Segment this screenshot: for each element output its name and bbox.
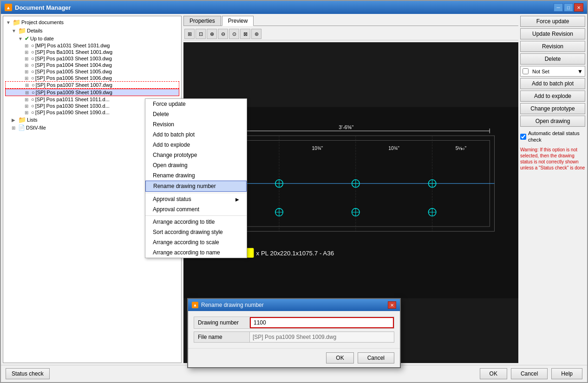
radio-icon: ○ (31, 97, 34, 102)
tree-label-root: Project documents (21, 19, 64, 25)
ctx-open-drawing[interactable]: Open drawing (145, 160, 247, 170)
title-bar: ▲ Document Manager ─ □ ✕ (1, 1, 587, 14)
check-icon: ✔ (25, 35, 29, 42)
maximize-button[interactable]: □ (564, 3, 573, 12)
file-name-row: File name (194, 331, 394, 343)
ctx-force-update[interactable]: Force update (145, 99, 247, 109)
status-check-button[interactable]: Status check (6, 368, 50, 379)
dropdown-arrow-icon[interactable]: ▼ (575, 67, 585, 76)
tree-file-label: [SP] Pos pa1011 Sheet 1011.d... (35, 97, 110, 102)
dialog-ok-button[interactable]: OK (326, 352, 353, 364)
list-item[interactable]: ⊞ ○ [SP] Pos pa1003 Sheet 1003.dwg (5, 55, 179, 62)
dialog-close-button[interactable]: ✕ (388, 301, 396, 309)
tool-fit-button[interactable]: ⊡ (196, 29, 206, 39)
rename-drawing-number-dialog: ▲ Rename drawing number ✕ Drawing number… (187, 298, 401, 368)
ctx-arrange-scale[interactable]: Arrange according to scale (145, 237, 247, 247)
tab-properties[interactable]: Properties (183, 16, 221, 26)
dialog-cancel-button[interactable]: Cancel (358, 352, 394, 364)
auto-status-label: Automatic detail status check (528, 130, 585, 143)
svg-text:10¾": 10¾" (388, 146, 399, 151)
close-button[interactable]: ✕ (574, 3, 583, 12)
tool-grid-button[interactable]: ⊞ (184, 29, 195, 39)
radio-icon: ○ (32, 82, 35, 88)
ctx-delete[interactable]: Delete (145, 109, 247, 119)
list-item[interactable]: ⊞ ○ [SP] Pos pa1005 Sheet 1005.dwg (5, 68, 179, 75)
ctx-rename-drawing-number[interactable]: Rename drawing number (145, 181, 247, 192)
ctx-revision[interactable]: Revision (145, 119, 247, 130)
ctx-arrange-title[interactable]: Arrange according to title (145, 217, 247, 227)
tree-item-details[interactable]: ▼ 📁 Details (5, 26, 179, 35)
tree-file-label: [SP] Pos pa1003 Sheet 1003.dwg (35, 56, 112, 61)
list-item[interactable]: ⊞ ○ [MP] Pos a1031 Sheet 1031.dwg (5, 42, 179, 49)
dialog-app-icon: ▲ (192, 302, 198, 308)
auto-status-checkbox[interactable] (520, 134, 526, 140)
force-update-button[interactable]: Force update (520, 16, 585, 27)
tool-select-button[interactable]: ⊠ (240, 29, 250, 39)
window-title: Document Manager (15, 4, 71, 11)
open-drawing-button[interactable]: Open drawing (520, 116, 585, 127)
list-item-selected[interactable]: ⊞ ○ [SP] Pos pa1009 Sheet 1009.dwg (5, 89, 179, 96)
minimize-button[interactable]: ─ (554, 3, 563, 12)
radio-icon: ○ (31, 43, 34, 48)
expand-icon: ⊞ (12, 125, 17, 130)
ctx-arrange-name[interactable]: Arrange according to name (145, 247, 247, 258)
update-revision-button[interactable]: Update Revision (520, 28, 585, 39)
bottom-left: Status check (6, 368, 50, 379)
cancel-button[interactable]: Cancel (511, 368, 548, 379)
tool-rotate-button[interactable]: ⊛ (251, 29, 261, 39)
add-batch-button[interactable]: Add to batch plot (520, 78, 585, 89)
submenu-arrow-icon: ▶ (235, 197, 239, 202)
tool-zoom-in-button[interactable]: ⊕ (207, 29, 217, 39)
list-item[interactable]: ⊞ ○ [SP] Pos pa1007 Sheet 1007.dwg (5, 81, 179, 89)
expand-icon: ⊞ (25, 83, 31, 88)
svg-text:3'-6⅝": 3'-6⅝" (339, 124, 353, 130)
dialog-title-left: ▲ Rename drawing number (192, 302, 264, 308)
delete-button[interactable]: Delete (520, 53, 585, 65)
expand-icon: ▼ (12, 28, 17, 33)
list-item[interactable]: ⊞ ○ [SP] Pos Ba1001 Sheet 1001.dwg (5, 49, 179, 55)
main-window: ▲ Document Manager ─ □ ✕ ▼ 📁 Project doc… (0, 0, 588, 383)
expand-icon: ⊞ (25, 69, 30, 74)
svg-text:10¾": 10¾" (312, 146, 323, 151)
expand-icon: ▼ (18, 36, 24, 41)
auto-status-check-area: Automatic detail status check (520, 130, 585, 143)
title-controls: ─ □ ✕ (554, 3, 583, 12)
folder-icon: 📁 (18, 116, 26, 123)
tree-label-uptodate: Up to date (30, 36, 54, 41)
ctx-add-explode[interactable]: Add to explode (145, 140, 247, 150)
tool-zoom-out-button[interactable]: ⊖ (218, 29, 228, 39)
expand-icon: ⊞ (25, 90, 31, 95)
expand-icon: ⊞ (25, 63, 30, 68)
drawing-number-row: Drawing number (194, 317, 394, 329)
list-item[interactable]: ⊞ ○ [SP] Pos pa1004 Sheet 1004.dwg (5, 62, 179, 68)
expand-icon: ⊞ (25, 76, 30, 81)
file-name-label: File name (194, 332, 250, 342)
ctx-rename-drawing[interactable]: Rename drawing (145, 170, 247, 181)
right-panel: Force update Update Revision Revision De… (520, 16, 585, 363)
expand-icon: ⊞ (25, 110, 30, 115)
not-checkbox[interactable] (523, 68, 529, 74)
bottom-right: OK Cancel Help (480, 368, 582, 379)
ctx-sort-drawing-style[interactable]: Sort according drawing style (145, 227, 247, 237)
expand-icon: ⊞ (25, 43, 30, 48)
change-prototype-button[interactable]: Change prototype (520, 103, 585, 114)
ok-button[interactable]: OK (480, 368, 507, 379)
tab-preview[interactable]: Preview (222, 16, 254, 26)
ctx-add-batch[interactable]: Add to batch plot (145, 130, 247, 140)
tree-item-root[interactable]: ▼ 📁 Project documents (5, 18, 179, 26)
add-explode-button[interactable]: Add to explode (520, 91, 585, 102)
expand-icon: ⊞ (25, 50, 30, 55)
revision-button[interactable]: Revision (520, 41, 585, 52)
ctx-change-prototype[interactable]: Change prototype (145, 150, 247, 160)
list-item[interactable]: ⊞ ○ [SP] Pos pa1006 Sheet 1006.dwg (5, 75, 179, 81)
ctx-separator-1 (145, 193, 247, 193)
tool-pan-button[interactable]: ⊙ (229, 29, 239, 39)
tree-file-label: [SP] Pos pa1030 Sheet 1030.d... (35, 103, 110, 109)
drawing-number-input[interactable] (250, 317, 394, 328)
help-button[interactable]: Help (551, 368, 582, 379)
tree-item-uptodate[interactable]: ▼ ✔ Up to date (5, 35, 179, 42)
ctx-approval-comment[interactable]: Approval comment (145, 204, 247, 214)
svg-text:x PL 20x220.1x1075.7 - A36: x PL 20x220.1x1075.7 - A36 (256, 250, 334, 257)
tree-label-dstv: DStV-file (26, 125, 46, 130)
ctx-approval-status[interactable]: Approval status ▶ (145, 194, 247, 204)
